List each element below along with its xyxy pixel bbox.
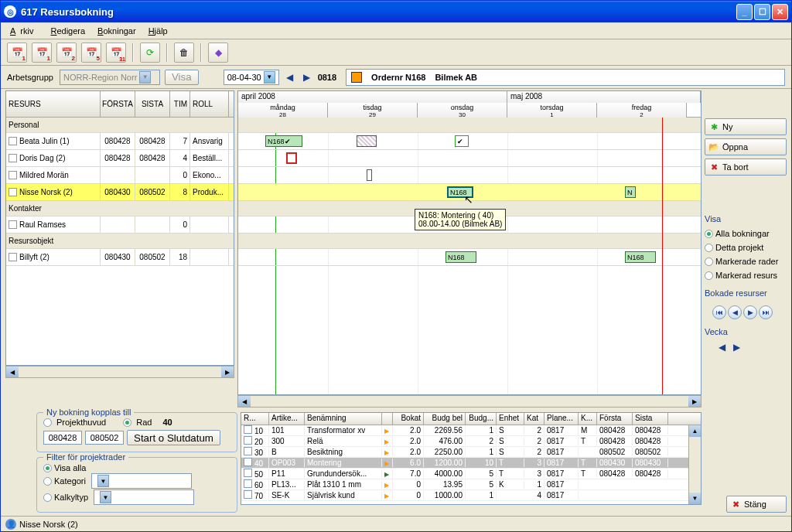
open-icon: 📂 bbox=[708, 142, 719, 152]
radio-markerad-resurs[interactable]: Markerad resurs bbox=[705, 271, 787, 280]
projgrid-row[interactable]: 70SE-KSjälvrisk kund▶01000.00140817 bbox=[241, 490, 701, 501]
projgrid-row[interactable]: 30BBesiktning▶2.02250.001S20817080502080… bbox=[241, 447, 701, 458]
status-user: Nisse Norsk (2) bbox=[19, 520, 78, 529]
row-raul[interactable]: Raul Ramses 0 bbox=[6, 217, 234, 234]
radio-visa-alla[interactable]: Visa alla bbox=[43, 463, 230, 472]
menu-arkiv[interactable]: Arkiv bbox=[5, 25, 43, 37]
col-roll[interactable]: ROLL bbox=[190, 91, 229, 117]
gantt-hscroll[interactable]: ◀▶ bbox=[237, 395, 702, 408]
bar-beata-mon[interactable]: N168✔ bbox=[265, 135, 302, 147]
cursor-icon: ↖ bbox=[464, 193, 473, 206]
kategori-combo[interactable]: ▼ bbox=[91, 473, 192, 489]
col-sista[interactable]: SISTA bbox=[135, 91, 170, 117]
radio-markerade[interactable]: Markerade rader bbox=[705, 257, 787, 266]
slutdatum-button[interactable]: Start o Slutdatum bbox=[127, 430, 220, 445]
month-maj: maj 2008 bbox=[507, 91, 701, 103]
filter-panel: Filter för projektrader Visa alla Katego… bbox=[36, 457, 237, 513]
stang-button[interactable]: ✖Stäng bbox=[726, 496, 787, 513]
order-customer: Bilmek AB bbox=[435, 73, 477, 82]
bar-billyft-wed[interactable]: N168 bbox=[446, 251, 476, 263]
tabort-button[interactable]: ✖Ta bort bbox=[705, 159, 787, 176]
date2-input[interactable] bbox=[85, 431, 124, 445]
minimize-button[interactable]: _ bbox=[736, 4, 753, 20]
ny-button[interactable]: ✱Ny bbox=[705, 118, 787, 135]
toolbar-view31-button[interactable]: 📅31 bbox=[106, 43, 126, 63]
vecka-next-button[interactable]: ▶ bbox=[730, 341, 742, 353]
col-tim[interactable]: TIM bbox=[170, 91, 190, 117]
date-prev-button[interactable]: ◀ bbox=[284, 71, 296, 84]
row-beata[interactable]: Beata Julin (1) 080428 080428 7 Ansvarig bbox=[6, 133, 234, 150]
row-nisse[interactable]: Nisse Norsk (2) 080430 080502 8 Produk..… bbox=[6, 184, 234, 201]
nav-last-button[interactable]: ⏭ bbox=[759, 305, 773, 319]
nav-next-button[interactable]: ▶ bbox=[743, 305, 757, 319]
order-info-box: Ordernr N168 Bilmek AB bbox=[346, 69, 785, 86]
menu-hjalp[interactable]: Hjälp bbox=[144, 25, 172, 37]
col-forsta[interactable]: FÖRSTA bbox=[101, 91, 135, 117]
order-color-swatch bbox=[351, 72, 362, 83]
projgrid-row[interactable]: 10101Transformator xv▶2.02269.561S20817M… bbox=[241, 425, 701, 436]
app-icon: ◎ bbox=[4, 5, 16, 18]
projgrid-row[interactable]: 40OP003Montering▶6.01200.0010T30817T0804… bbox=[241, 458, 701, 469]
toolbar-view1-button[interactable]: 📅1 bbox=[7, 43, 27, 63]
filterbar: Arbetsgrupp NORR-Region Norr▼ Visa 08-04… bbox=[1, 66, 791, 89]
radio-alla[interactable]: Alla bokningar bbox=[705, 229, 787, 238]
nav-first-button[interactable]: ⏮ bbox=[712, 305, 726, 319]
visa-title: Visa bbox=[705, 214, 787, 223]
maximize-button[interactable]: ☐ bbox=[754, 4, 770, 20]
section-resursobjekt: Resursobjekt bbox=[6, 234, 234, 248]
arbetsgrupp-label: Arbetsgrupp bbox=[7, 73, 53, 82]
gantt-row-mildred bbox=[238, 167, 701, 184]
section-personal: Personal bbox=[6, 118, 234, 132]
toolbar-view5-button[interactable]: 📅5 bbox=[81, 43, 101, 63]
time-display: 0818 bbox=[318, 73, 336, 82]
gantt-row-beata: N168✔ ✔ bbox=[238, 133, 701, 150]
toolbar-help-button[interactable]: ◆ bbox=[208, 43, 228, 63]
resource-grid[interactable]: RESURS FÖRSTA SISTA TIM ROLL Personal Be… bbox=[5, 90, 234, 366]
bar-nisse-fri[interactable]: N bbox=[625, 186, 636, 198]
gantt-row-nisse: N168 N ↖ bbox=[238, 184, 701, 201]
bar-billyft-fri[interactable]: N168 bbox=[625, 251, 656, 263]
gantt-row-doris bbox=[238, 150, 701, 167]
projgrid-row[interactable]: 60PL13...Plåt 1310 1 mm▶013.955K10817 bbox=[241, 479, 701, 490]
projgrid-row[interactable]: 20300Relä▶2.0476.002S20817T080428080428 bbox=[241, 436, 701, 447]
radio-rad[interactable] bbox=[123, 418, 131, 427]
date-next-button[interactable]: ▶ bbox=[301, 71, 313, 84]
vecka-prev-button[interactable]: ◀ bbox=[715, 341, 728, 353]
menu-redigera[interactable]: Redigera bbox=[46, 25, 90, 37]
menu-bokningar[interactable]: Bokningar bbox=[93, 25, 141, 37]
radio-detta[interactable]: Detta projekt bbox=[705, 243, 787, 252]
section-kontakter: Kontakter bbox=[6, 201, 234, 216]
toolbar-view3-button[interactable]: 📅2 bbox=[56, 43, 77, 63]
now-line bbox=[662, 118, 663, 394]
kalkyltyp-combo[interactable]: ▼ bbox=[94, 489, 194, 505]
col-resurs[interactable]: RESURS bbox=[6, 91, 101, 117]
toolbar-refresh-button[interactable]: ⟳ bbox=[140, 43, 160, 63]
bar-mildred[interactable] bbox=[367, 169, 372, 181]
bar-beata-tue[interactable] bbox=[357, 135, 377, 147]
row-mildred[interactable]: Mildred Morän 0 Ekono... bbox=[6, 167, 234, 184]
vecka-title: Vecka bbox=[705, 327, 787, 336]
nybokning-panel: Ny bokning kopplas till Projekthuvud Rad… bbox=[36, 412, 237, 452]
row-billyft[interactable]: Billyft (2) 080430 080502 18 bbox=[6, 249, 234, 266]
gantt-row-billyft: N168 N168 bbox=[238, 249, 701, 266]
gantt-tooltip: N168: Montering ( 40) 08.00-14.00 (Bilme… bbox=[415, 209, 506, 230]
project-rows-grid[interactable]: R... Artike... Benämning Bokat Budg bel … bbox=[241, 412, 702, 505]
gantt-chart[interactable]: april 2008 maj 2008 måndag28 tisdag29 on… bbox=[237, 90, 702, 395]
radio-kalkyltyp[interactable]: Kalkyltyp ▼ bbox=[43, 489, 230, 505]
menubar: Arkiv Redigera Bokningar Hjälp bbox=[1, 22, 791, 39]
projgrid-row[interactable]: 50P11Grundundersök...▶7.04000.005T30817T… bbox=[241, 469, 701, 479]
bar-beata-wed[interactable]: ✔ bbox=[455, 135, 469, 147]
radio-kategori[interactable]: Kategori ▼ bbox=[43, 473, 230, 489]
row-doris[interactable]: Doris Dag (2) 080428 080428 4 Beställ... bbox=[6, 150, 234, 167]
radio-projekthuvud[interactable] bbox=[43, 418, 52, 427]
projgrid-vscroll[interactable]: ▲▼ bbox=[688, 425, 701, 504]
oppna-button[interactable]: 📂Öppna bbox=[705, 138, 787, 155]
left-hscroll[interactable]: ◀▶ bbox=[5, 366, 234, 378]
close-window-button[interactable]: ✕ bbox=[772, 4, 788, 20]
toolbar-delete-button[interactable]: 🗑 bbox=[174, 43, 194, 63]
date1-input[interactable] bbox=[43, 431, 82, 445]
date-combo[interactable]: 08-04-30▼ bbox=[224, 70, 279, 85]
bar-doris[interactable] bbox=[286, 152, 297, 164]
toolbar-view2-button[interactable]: 📅1 bbox=[32, 43, 52, 63]
nav-prev-button[interactable]: ◀ bbox=[728, 305, 742, 319]
